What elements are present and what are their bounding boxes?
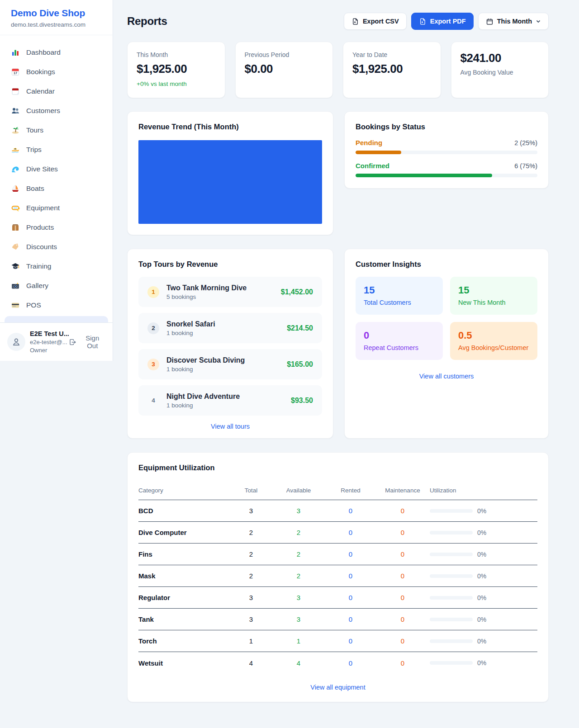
sailboat-icon <box>11 184 20 193</box>
cell-rented: 0 <box>326 659 375 667</box>
status-count: 6 (75%) <box>514 162 537 170</box>
cell-rented: 0 <box>326 637 375 645</box>
cell-category: Tank <box>138 615 231 623</box>
sidebar-item-equipment[interactable]: Equipment <box>0 198 113 217</box>
cell-category: Fins <box>138 550 231 558</box>
sidebar-item-training[interactable]: Training <box>0 256 113 276</box>
user-name: E2E Test U... <box>30 330 69 338</box>
progress-track <box>356 174 537 177</box>
sidebar-item-calendar[interactable]: Calendar <box>0 81 113 101</box>
sidebar-item-label: Dashboard <box>26 48 61 57</box>
sidebar-item-pos[interactable]: POS <box>0 295 113 315</box>
cell-rented: 0 <box>326 507 375 515</box>
bookings-status-card: Bookings by Status Pending 2 (25%) Confi… <box>344 111 549 189</box>
stat-delta: +0% vs last month <box>137 80 216 87</box>
view-all-equipment-link[interactable]: View all equipment <box>310 684 365 691</box>
period-select-value: This Month <box>497 18 532 25</box>
cell-available: 1 <box>271 637 326 645</box>
table-row: Fins 2 2 0 0 0% <box>138 544 537 565</box>
tour-list: 1 Two Tank Morning Dive 5 bookings $1,45… <box>138 277 322 416</box>
speedboat-icon <box>11 145 20 154</box>
utilization-track <box>430 509 473 513</box>
stat-label: This Month <box>137 51 216 58</box>
cell-category: Wetsuit <box>138 659 231 667</box>
insight-tiles: 15 Total Customers 15 New This Month 0 R… <box>356 277 537 360</box>
tour-bookings: 1 booking <box>166 402 240 409</box>
sidebar-item-label: Products <box>26 223 54 232</box>
revenue-trend-card: Revenue Trend (This Month) <box>127 111 333 235</box>
top-tours-card: Top Tours by Revenue 1 Two Tank Morning … <box>127 249 333 439</box>
sidebar-item-label: Discounts <box>26 243 57 251</box>
sidebar-item-dive-sites[interactable]: Dive Sites <box>0 159 113 179</box>
stat-value: $1,925.00 <box>137 62 216 76</box>
sidebar-item-label: POS <box>26 301 41 309</box>
utilization-percent: 0% <box>477 594 486 601</box>
tour-name: Discover Scuba Diving <box>166 356 245 364</box>
stat-value: $0.00 <box>245 62 324 76</box>
top-tours-title: Top Tours by Revenue <box>138 260 322 269</box>
tag-icon <box>11 242 20 251</box>
tour-bookings: 1 booking <box>166 330 215 336</box>
tile-label: Total Customers <box>364 299 435 306</box>
tile-label: Repeat Customers <box>364 344 435 351</box>
cell-total: 1 <box>231 637 271 645</box>
table-row: Torch 1 1 0 0 0% <box>138 630 537 652</box>
stat-value: $241.00 <box>460 51 540 65</box>
sidebar-item-trips[interactable]: Trips <box>0 140 113 159</box>
cell-utilization: 0% <box>430 638 537 645</box>
view-all-customers-link[interactable]: View all customers <box>419 373 474 380</box>
status-label: Confirmed <box>356 162 389 170</box>
sidebar-item-tours[interactable]: Tours <box>0 120 113 140</box>
cell-maintenance: 0 <box>375 572 430 580</box>
export-csv-button[interactable]: Export CSV <box>344 13 407 30</box>
status-label: Pending <box>356 139 382 147</box>
export-pdf-button[interactable]: Export PDF <box>411 13 474 30</box>
file-download-icon <box>351 18 359 25</box>
stat-label: Avg Booking Value <box>460 69 540 76</box>
cell-total: 3 <box>231 615 271 623</box>
cell-utilization: 0% <box>430 529 537 536</box>
insight-tile-new-this-month: 15 New This Month <box>450 277 537 315</box>
cell-maintenance: 0 <box>375 594 430 601</box>
equipment-table: Category Total Available Rented Maintena… <box>138 481 537 674</box>
stat-value: $1,925.00 <box>352 62 432 76</box>
table-row: Mask 2 2 0 0 0% <box>138 565 537 587</box>
sidebar-item-reports-active-partial[interactable] <box>5 316 108 322</box>
column-header: Rented <box>326 487 375 494</box>
sign-out-label: Sign Out <box>79 334 105 350</box>
cell-rented: 0 <box>326 594 375 601</box>
view-all-tours-link[interactable]: View all tours <box>211 423 250 430</box>
rank-badge: 4 <box>147 395 159 407</box>
sidebar-item-products[interactable]: Products <box>0 217 113 237</box>
cell-category: BCD <box>138 507 231 515</box>
bar-chart-icon <box>11 48 20 57</box>
sidebar-item-bookings[interactable]: 17 Bookings <box>0 62 113 81</box>
svg-text:17: 17 <box>14 71 17 75</box>
header-actions: Export CSV Export PDF This Month <box>344 13 549 30</box>
utilization-percent: 0% <box>477 659 486 667</box>
sidebar-item-customers[interactable]: Customers <box>0 101 113 120</box>
tour-list-item: 2 Snorkel Safari 1 booking $214.50 <box>138 313 322 343</box>
shop-domain: demo.test.divestreams.com <box>11 21 102 28</box>
sidebar-item-dashboard[interactable]: Dashboard <box>0 43 113 62</box>
cell-maintenance: 0 <box>375 637 430 645</box>
cell-rented: 0 <box>326 615 375 623</box>
period-select[interactable]: This Month <box>478 13 549 30</box>
revenue-trend-title: Revenue Trend (This Month) <box>138 123 322 131</box>
sidebar-item-label: Calendar <box>26 87 55 95</box>
cell-total: 4 <box>231 659 271 667</box>
cell-available: 3 <box>271 615 326 623</box>
sidebar-item-gallery[interactable]: Gallery <box>0 276 113 295</box>
sign-out-icon <box>69 338 76 346</box>
diving-mask-icon <box>11 203 20 213</box>
utilization-track <box>430 574 473 578</box>
tour-revenue: $1,452.00 <box>281 288 313 296</box>
sign-out-button[interactable]: Sign Out <box>69 334 105 350</box>
tile-value: 15 <box>364 284 435 296</box>
sidebar-item-discounts[interactable]: Discounts <box>0 237 113 256</box>
stat-card-this-month: This Month $1,925.00 +0% vs last month <box>127 42 225 98</box>
sidebar-item-boats[interactable]: Boats <box>0 179 113 198</box>
page-title: Reports <box>127 15 167 28</box>
sidebar-item-label: Trips <box>26 146 42 154</box>
tile-label: Avg Bookings/Customer <box>458 344 529 351</box>
